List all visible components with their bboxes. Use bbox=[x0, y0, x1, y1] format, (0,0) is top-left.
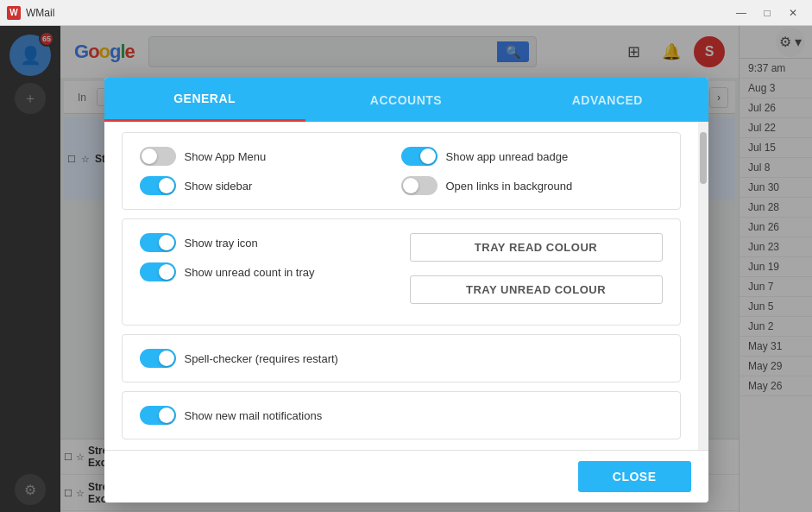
modal-content: Show App Menu Show sidebar bbox=[104, 122, 698, 450]
tab-general[interactable]: GENERAL bbox=[104, 78, 305, 122]
show-unread-count-label: Show unread count in tray bbox=[185, 266, 393, 279]
modal-overlay: GENERAL ACCOUNTS ADVANCED Show bbox=[0, 26, 812, 512]
toggle-knob bbox=[142, 149, 157, 164]
modal-tabs: GENERAL ACCOUNTS ADVANCED bbox=[104, 78, 708, 122]
tray-col-left: Show tray icon Show unread count in tray bbox=[140, 233, 393, 311]
open-links-bg-label: Open links in background bbox=[446, 180, 663, 193]
tray-read-colour-button[interactable]: TRAY READ COLOUR bbox=[410, 233, 663, 262]
notifications-toggle[interactable] bbox=[140, 406, 176, 425]
app-icon: W bbox=[7, 6, 21, 20]
toggle-knob-8 bbox=[159, 408, 174, 423]
minimize-button[interactable]: — bbox=[729, 4, 753, 22]
settings-col-left: Show App Menu Show sidebar bbox=[140, 147, 401, 195]
notifications-label: Show new mail notifications bbox=[185, 409, 663, 422]
show-tray-icon-toggle[interactable] bbox=[140, 233, 176, 252]
show-tray-icon-row: Show tray icon bbox=[140, 233, 393, 252]
spell-checker-row: Spell-checker (requires restart) bbox=[140, 349, 663, 368]
spell-checker-label: Spell-checker (requires restart) bbox=[185, 352, 663, 365]
show-unread-badge-label: Show app unread badge bbox=[446, 150, 663, 163]
toggle-knob-4 bbox=[403, 178, 419, 193]
tab-advanced[interactable]: ADVANCED bbox=[507, 78, 708, 122]
show-unread-badge-toggle[interactable] bbox=[401, 147, 437, 166]
tab-accounts[interactable]: ACCOUNTS bbox=[305, 78, 507, 122]
show-app-menu-label: Show App Menu bbox=[185, 150, 401, 163]
window-title: WMail bbox=[26, 7, 729, 19]
show-unread-count-row: Show unread count in tray bbox=[140, 262, 393, 281]
notifications-section: Show new mail notifications bbox=[122, 391, 681, 439]
modal-footer: CLOSE bbox=[104, 450, 708, 503]
show-app-menu-toggle[interactable] bbox=[140, 147, 176, 166]
show-sidebar-toggle[interactable] bbox=[140, 176, 176, 195]
tray-two-col: Show tray icon Show unread count in tray… bbox=[140, 233, 663, 311]
show-app-menu-row: Show App Menu bbox=[140, 147, 401, 166]
spell-checker-toggle[interactable] bbox=[140, 349, 176, 368]
toggle-knob-2 bbox=[159, 178, 174, 193]
tray-col-right: TRAY READ COLOUR TRAY UNREAD COLOUR bbox=[393, 233, 663, 311]
settings-modal: GENERAL ACCOUNTS ADVANCED Show bbox=[104, 78, 708, 503]
open-links-bg-row: Open links in background bbox=[401, 176, 663, 195]
toggle-knob-7 bbox=[159, 351, 174, 366]
maximize-button[interactable]: □ bbox=[755, 4, 779, 22]
toggle-knob-6 bbox=[159, 264, 174, 280]
notifications-row: Show new mail notifications bbox=[140, 406, 663, 425]
window-controls: — □ ✕ bbox=[729, 4, 805, 22]
title-bar: W WMail — □ ✕ bbox=[0, 0, 812, 26]
app-settings-section: Show App Menu Show sidebar bbox=[122, 132, 681, 210]
scroll-thumb[interactable] bbox=[700, 132, 707, 184]
close-button[interactable]: CLOSE bbox=[578, 461, 691, 492]
show-unread-count-toggle[interactable] bbox=[140, 262, 176, 281]
modal-scrollbar[interactable] bbox=[698, 122, 708, 450]
toggle-knob-3 bbox=[420, 149, 436, 164]
settings-col-right: Show app unread badge Open links in back… bbox=[401, 147, 663, 195]
tray-unread-colour-button[interactable]: TRAY UNREAD COLOUR bbox=[410, 275, 663, 304]
modal-body: Show App Menu Show sidebar bbox=[104, 122, 708, 450]
tray-settings-section: Show tray icon Show unread count in tray… bbox=[122, 218, 681, 326]
show-sidebar-label: Show sidebar bbox=[185, 180, 401, 193]
settings-two-col: Show App Menu Show sidebar bbox=[140, 147, 663, 195]
toggle-knob-5 bbox=[159, 235, 174, 250]
show-sidebar-row: Show sidebar bbox=[140, 176, 401, 195]
close-window-button[interactable]: ✕ bbox=[781, 4, 805, 22]
open-links-bg-toggle[interactable] bbox=[401, 176, 437, 195]
show-unread-badge-row: Show app unread badge bbox=[401, 147, 663, 166]
spell-checker-section: Spell-checker (requires restart) bbox=[122, 334, 681, 382]
show-tray-icon-label: Show tray icon bbox=[185, 237, 393, 250]
